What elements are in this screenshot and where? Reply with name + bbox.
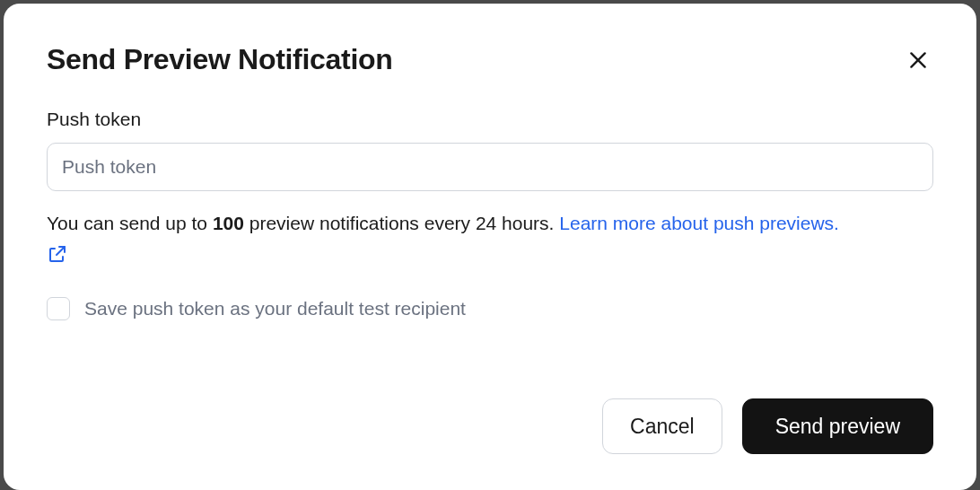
save-default-label: Save push token as your default test rec… <box>84 298 466 319</box>
send-preview-modal: Send Preview Notification Push token You… <box>4 4 976 490</box>
learn-more-link[interactable]: Learn more about push previews. <box>559 213 839 233</box>
help-text: You can send up to 100 preview notificat… <box>47 209 933 272</box>
modal-title: Send Preview Notification <box>47 43 392 76</box>
save-default-row: Save push token as your default test rec… <box>47 297 933 320</box>
help-text-prefix: You can send up to <box>47 213 213 233</box>
cancel-button[interactable]: Cancel <box>602 398 722 454</box>
modal-header: Send Preview Notification <box>47 43 933 76</box>
save-default-checkbox[interactable] <box>47 297 70 320</box>
close-icon <box>906 48 930 72</box>
help-text-limit: 100 <box>213 213 244 233</box>
push-token-field: Push token <box>47 109 933 191</box>
external-link-icon[interactable] <box>47 243 933 273</box>
send-preview-button[interactable]: Send preview <box>742 398 933 454</box>
close-button[interactable] <box>903 45 933 75</box>
push-token-label: Push token <box>47 109 933 130</box>
help-text-suffix: preview notifications every 24 hours. <box>244 213 559 233</box>
modal-footer: Cancel Send preview <box>47 372 933 454</box>
push-token-input[interactable] <box>47 143 933 191</box>
